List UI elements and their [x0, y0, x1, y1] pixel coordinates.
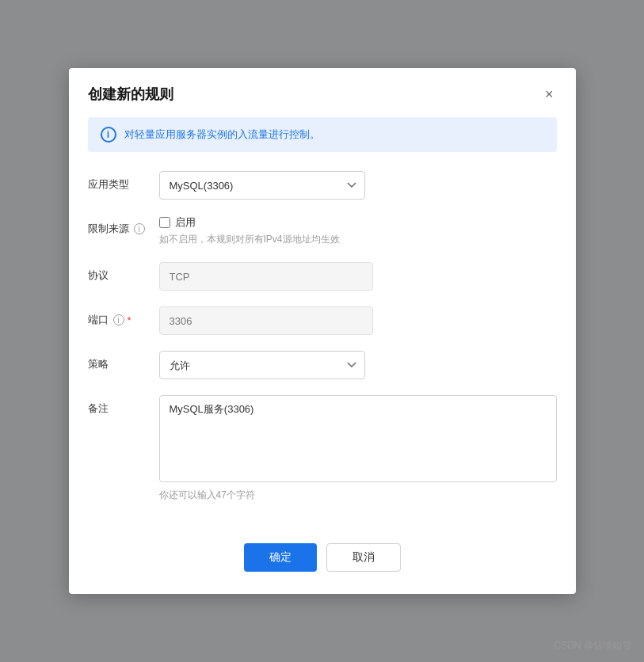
remark-textarea[interactable]: MySQL服务(3306) [159, 395, 557, 482]
port-required-mark: * [128, 314, 131, 326]
port-info-icon[interactable]: i [113, 314, 124, 325]
port-label: 端口 i * [88, 306, 159, 327]
policy-select[interactable]: 允许 拒绝 [159, 351, 365, 379]
modal-body: i 对轻量应用服务器实例的入流量进行控制。 应用类型 MySQL(3306) H… [69, 117, 576, 537]
protocol-label: 协议 [88, 262, 159, 283]
limit-source-label: 限制来源 i [88, 215, 159, 236]
protocol-input [159, 262, 373, 291]
remark-row: 备注 MySQL服务(3306) 你还可以输入47个字符 [88, 395, 557, 502]
close-button[interactable]: × [542, 84, 557, 105]
app-type-control: MySQL(3306) HTTP(80) HTTPS(443) SSH(22) … [159, 171, 557, 200]
remark-char-hint: 你还可以输入47个字符 [159, 489, 557, 502]
limit-source-control: 启用 如不启用，本规则对所有IPv4源地址均生效 [159, 215, 557, 246]
modal-footer: 确定 取消 [69, 537, 576, 594]
info-icon: i [101, 127, 116, 143]
remark-control: MySQL服务(3306) 你还可以输入47个字符 [159, 395, 557, 502]
remark-label: 备注 [88, 395, 159, 416]
cancel-button[interactable]: 取消 [326, 543, 401, 572]
limit-source-row: 限制来源 i 启用 如不启用，本规则对所有IPv4源地址均生效 [88, 215, 557, 246]
app-type-select[interactable]: MySQL(3306) HTTP(80) HTTPS(443) SSH(22) … [159, 171, 365, 200]
policy-control: 允许 拒绝 [159, 351, 557, 379]
protocol-row: 协议 [88, 262, 557, 291]
modal-title: 创建新的规则 [88, 85, 173, 104]
policy-row: 策略 允许 拒绝 [88, 351, 557, 379]
modal-header: 创建新的规则 × [69, 68, 576, 117]
limit-source-info-icon[interactable]: i [134, 223, 145, 234]
port-row: 端口 i * [88, 306, 557, 335]
create-rule-modal: 创建新的规则 × i 对轻量应用服务器实例的入流量进行控制。 应用类型 MySQ… [69, 68, 576, 594]
info-banner-text: 对轻量应用服务器实例的入流量进行控制。 [124, 127, 320, 142]
protocol-control [159, 262, 557, 291]
port-control [159, 306, 557, 335]
app-type-row: 应用类型 MySQL(3306) HTTP(80) HTTPS(443) SSH… [88, 171, 557, 200]
policy-label: 策略 [88, 351, 159, 371]
info-banner: i 对轻量应用服务器实例的入流量进行控制。 [88, 117, 557, 152]
confirm-button[interactable]: 确定 [244, 543, 317, 572]
limit-source-checkbox[interactable] [159, 217, 170, 228]
port-input [159, 306, 373, 335]
limit-source-checkbox-label[interactable]: 启用 [159, 215, 557, 230]
watermark: CSDN @恬淡如雪 [554, 639, 631, 652]
app-type-label: 应用类型 [88, 171, 159, 192]
limit-source-hint: 如不启用，本规则对所有IPv4源地址均生效 [159, 233, 557, 246]
